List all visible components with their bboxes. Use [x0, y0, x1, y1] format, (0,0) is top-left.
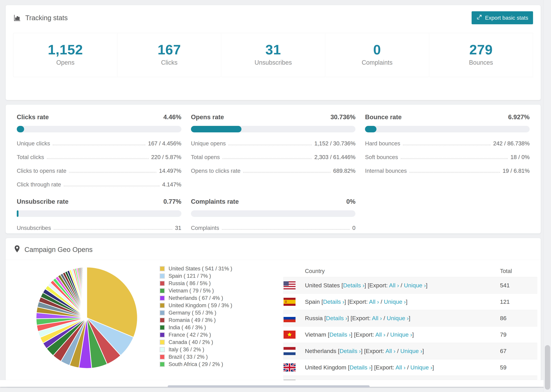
export-unique-link[interactable]: Unique › [390, 331, 412, 338]
export-all-link[interactable]: All › [386, 348, 396, 354]
export-unique-link[interactable]: Unique › [410, 364, 432, 371]
geo-pie-chart [6, 263, 160, 386]
legend-swatch [160, 325, 165, 330]
legend-item: Germany ( 55 / 3% ) [160, 310, 262, 315]
legend-item: Brazil ( 33 / 2% ) [160, 354, 262, 359]
summary-stats-row: 1,152Opens167Clicks31Unsubscribes0Compla… [13, 33, 533, 77]
details-link[interactable]: Details › [343, 282, 365, 288]
details-link[interactable]: Details › [339, 348, 361, 354]
rate-title: Bounce rate [365, 113, 402, 121]
horizontal-scrollbar-thumb[interactable] [168, 385, 370, 388]
bracket: ] [406, 298, 407, 305]
legend-label: Vietnam ( 79 / 5% ) [169, 288, 214, 294]
details-link[interactable]: Details › [350, 364, 371, 371]
map-pin-icon [14, 245, 20, 254]
country-cell: Vietnam [Details ›] [Export: All › / Uni… [283, 331, 494, 339]
legend-item: Spain ( 121 / 7% ) [160, 273, 262, 279]
legend-label: United Kingdom ( 59 / 3% ) [169, 302, 232, 308]
separator: / [396, 348, 400, 354]
bracket: [ [336, 348, 339, 354]
legend-item: United Kingdom ( 59 / 3% ) [160, 303, 262, 308]
rates-card: Clicks rate4.46%Unique clicks167 / 4.456… [6, 105, 541, 233]
export-all-link[interactable]: All › [396, 364, 406, 371]
geo-section-title: Campaign Geo Opens [24, 246, 92, 253]
vertical-scrollbar-thumb[interactable] [545, 345, 550, 390]
rate-row-value: 2,303 / 61.446% [314, 154, 355, 161]
rate-block-clicks-rate: Clicks rate4.46%Unique clicks167 / 4.456… [17, 113, 181, 188]
legend-label: Romania ( 49 / 3% ) [169, 317, 216, 323]
details-link[interactable]: Details › [329, 331, 351, 338]
rate-row-value: 0 [352, 225, 355, 231]
rate-row-value: 1,152 / 30.736% [314, 140, 355, 147]
export-all-link[interactable]: All › [389, 282, 399, 288]
legend-item: India ( 46 / 3% ) [160, 325, 262, 330]
rate-progress-fill [17, 210, 19, 217]
legend-swatch [160, 303, 165, 308]
rate-detail-row: Opens to clicks rate689.82% [191, 168, 356, 174]
legend-swatch [160, 354, 165, 359]
legend-swatch [160, 273, 165, 279]
bracket: ] [409, 315, 410, 321]
stat-box-clicks: 167Clicks [117, 33, 221, 77]
dotted-leader [53, 145, 145, 145]
export-arrow-icon [476, 14, 482, 21]
rate-row-value: 167 / 4.456% [148, 140, 181, 147]
separator: / [379, 298, 384, 305]
rate-row-label: Complaints [191, 225, 219, 231]
bracket: [ [326, 331, 329, 338]
export-all-link[interactable]: All › [375, 331, 385, 338]
rate-row-value: 689.82% [333, 168, 355, 174]
export-unique-link[interactable]: Unique › [387, 315, 409, 321]
export-all-link[interactable]: All › [372, 315, 382, 321]
stat-label: Opens [14, 59, 117, 66]
country-label: Spain [305, 298, 320, 305]
export-unique-link[interactable]: Unique › [400, 348, 422, 354]
rate-row-value: 18 / 0% [510, 154, 530, 161]
legend-item: France ( 42 / 2% ) [160, 332, 262, 337]
dotted-leader [47, 158, 148, 159]
vertical-scrollbar-track[interactable] [544, 0, 551, 392]
export-unique-link[interactable]: Unique › [384, 298, 406, 305]
stat-label: Complaints [325, 59, 429, 66]
rate-block-unsubscribe-rate: Unsubscribe rate0.77%Unsubscribes31 [17, 198, 181, 231]
flag-icon-nl [283, 347, 296, 355]
flag-icon-gb [283, 364, 296, 371]
rate-row-value: 19 / 6.81% [502, 168, 530, 174]
stat-box-opens: 1,152Opens [13, 33, 117, 77]
dotted-leader [410, 172, 500, 173]
stat-value: 31 [221, 42, 325, 57]
rate-block-complaints-rate: Complaints rate0%Complaints0 [191, 198, 356, 231]
details-link[interactable]: Details › [326, 315, 347, 321]
campaign-geo-opens-card: Campaign Geo Opens United States ( 541 /… [6, 238, 541, 386]
rate-rows: Unique clicks167 / 4.456%Total clicks220… [17, 140, 181, 188]
dotted-leader [222, 229, 350, 230]
country-cell: Russia [Details ›] [Export: All › / Uniq… [283, 314, 494, 322]
rate-detail-row: Unique clicks167 / 4.456% [17, 140, 181, 147]
legend-item: Romania ( 49 / 3% ) [160, 318, 262, 323]
legend-swatch [160, 362, 165, 367]
total-cell: 121 [494, 298, 537, 305]
rate-block-header: Clicks rate4.46% [17, 113, 181, 121]
country-label: Netherlands [305, 348, 336, 354]
dotted-leader [64, 186, 160, 186]
bar-chart-icon [13, 14, 21, 22]
rate-rows: Complaints0 [191, 225, 356, 231]
geo-table-header: Country Total [283, 265, 537, 277]
bracket: ] [Export: [361, 348, 386, 354]
legend-swatch [160, 310, 165, 315]
legend-item: Russia ( 86 / 5% ) [160, 281, 262, 286]
export-basic-stats-button[interactable]: Export basic stats [472, 11, 533, 24]
rate-row-label: Soft bounces [365, 154, 398, 161]
country-cell: Spain [Details ›] [Export: All › / Uniqu… [283, 298, 494, 306]
bracket: [ [323, 315, 326, 321]
export-unique-link[interactable]: Unique › [404, 282, 426, 288]
rate-detail-row: Click through rate4.147% [17, 181, 181, 188]
stat-value: 0 [325, 42, 429, 57]
details-link[interactable]: Details › [323, 298, 345, 305]
rate-detail-row: Hard bounces242 / 86.738% [365, 140, 530, 147]
total-cell: 86 [494, 315, 537, 322]
export-all-link[interactable]: All › [369, 298, 379, 305]
legend-label: Netherlands ( 67 / 4% ) [169, 295, 223, 301]
dotted-leader [401, 158, 508, 159]
rate-detail-row: Total clicks220 / 5.87% [17, 154, 181, 161]
